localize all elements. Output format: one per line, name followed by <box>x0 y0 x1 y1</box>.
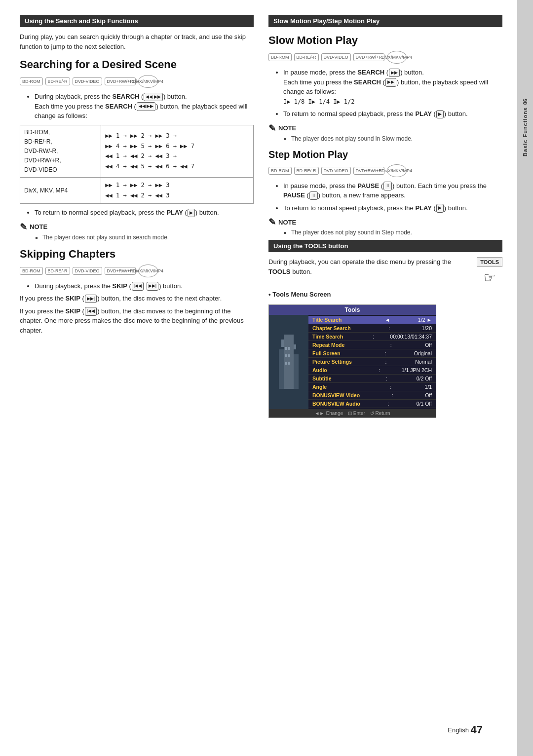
row-value-bonusview-audio: 0/1 Off <box>417 401 432 407</box>
speed-table-label1: BD-ROM,BD-RE/-R,DVD-RW/-R,DVD+RW/+R,DVD-… <box>20 125 101 178</box>
right-sidebar: 06 Basic Functions <box>517 0 533 756</box>
slow-motion-note-bullets: The player does not play sound in Slow m… <box>283 135 502 142</box>
slow-disc-icon-dvdplusrw: DVD+RW/+R <box>353 53 384 61</box>
speed-table-row1: BD-ROM,BD-RE/-R,DVD-RW/-R,DVD+RW/+R,DVD-… <box>20 125 254 178</box>
tools-icon-corner: TOOLS ☞ <box>477 257 502 286</box>
skipping-para2: If you press the SKIP (|◀◀) button, the … <box>20 306 254 336</box>
tools-intro-text: During playback, you can operate the dis… <box>268 257 502 276</box>
skip-disc-icon-bdre: BD-RE/-R <box>45 267 70 275</box>
row-sep-subtitle: : <box>386 376 387 381</box>
slow-motion-bullet1: In pause mode, press the SEARCH (▶▶) but… <box>283 68 502 106</box>
row-label-audio: Audio <box>312 367 357 373</box>
tools-menu-row-audio: Audio : 1/1 JPN 2CH <box>308 366 436 375</box>
tools-menu-screen-text: • Tools Menu Screen <box>268 291 331 298</box>
slow-motion-note-text: The player does not play sound in Slow m… <box>291 135 502 142</box>
searching-note-text: The player does not play sound in search… <box>42 234 254 241</box>
skip-fwd-icon: ▶▶| <box>147 282 158 291</box>
tools-intro-area: TOOLS ☞ During playback, you can operate… <box>268 257 502 286</box>
svg-rect-4 <box>294 344 296 349</box>
tools-menu-row-picture: Picture Settings : Normal <box>308 358 436 366</box>
step-motion-note: ✎ NOTE The player does not play sound in… <box>268 217 502 236</box>
step-disc-icon-bdre: BD-RE/-R <box>294 167 319 175</box>
row-value-title-search: 1/2 ► <box>418 317 432 323</box>
slow-disc-icon-bdre: BD-RE/-R <box>294 53 319 61</box>
slow-disc-icon-dvdvideo: DVD-VIDEO <box>321 53 351 61</box>
row-value-subtitle: 0/2 Off <box>417 376 432 381</box>
row-sep-time-search: : <box>373 334 374 340</box>
searching-bullets: During playback, press the SEARCH (◀◀ ▶▶… <box>20 92 254 121</box>
row-value-bonusview-video: Off <box>425 392 432 398</box>
svg-rect-8 <box>288 354 290 357</box>
searching-bullet2-list: To return to normal speed playback, pres… <box>20 208 254 218</box>
search-skip-header-text: Using the Search and Skip Functions <box>25 17 138 25</box>
tools-menu-row-bonusview-audio: BONUSVIEW Audio : 0/1 Off <box>308 400 436 408</box>
svg-rect-9 <box>285 362 287 365</box>
slow-motion-title: Slow Motion Play <box>268 34 502 47</box>
page-footer: English 47 <box>20 718 502 741</box>
skipping-disc-icons: BD-ROM BD-RE/-R DVD-VIDEO DVD+RW/+R DivX… <box>20 265 254 277</box>
slow-motion-bullet2: To return to normal speed playback, pres… <box>283 109 502 119</box>
step-motion-note-label: NOTE <box>278 219 296 226</box>
step-disc-icon-bdrom: BD-ROM <box>268 167 292 175</box>
searching-title: Searching for a Desired Scene <box>20 58 254 71</box>
svg-rect-6 <box>288 347 290 350</box>
tools-menu-row-fullscreen: Full Screen : Original <box>308 349 436 358</box>
svg-rect-5 <box>285 347 287 350</box>
tools-header: Using the TOOLS button <box>268 240 502 252</box>
disc-icon-divx: DivX/MKV/MP4 <box>138 75 158 88</box>
tools-menu-image-area <box>269 315 308 409</box>
left-column: Using the Search and Skip Functions Duri… <box>20 15 254 718</box>
disc-icon-bdre: BD-RE/-R <box>45 77 70 85</box>
row-value-fullscreen: Original <box>414 350 432 356</box>
searching-note-bullets: The player does not play sound in search… <box>35 234 254 241</box>
row-sep-fullscreen: : <box>384 350 386 356</box>
row-label-bonusview-video: BONUSVIEW Video <box>312 392 360 398</box>
step-motion-bullets: In pause mode, press the PAUSE (⏸) butto… <box>268 181 502 213</box>
row-value-time-search: 00:00:13/01:34:37 <box>390 334 432 340</box>
speed-table: BD-ROM,BD-RE/-R,DVD-RW/-R,DVD+RW/+R,DVD-… <box>20 125 254 204</box>
skip-disc-icon-bdrom: BD-ROM <box>20 267 43 275</box>
skipping-para1: If you press the SKIP (▶▶|) button, the … <box>20 294 254 303</box>
slow-disc-icon-bdrom: BD-ROM <box>268 53 292 61</box>
tools-menu-screen-label: • Tools Menu Screen <box>268 290 502 300</box>
skip-disc-icon-dvdplusrw: DVD+RW/+R <box>105 267 136 275</box>
searching-disc-icons: BD-ROM BD-RE/-R DVD-VIDEO DVD+RW/+R DivX… <box>20 75 254 88</box>
svg-rect-7 <box>285 354 287 357</box>
searching-note-label: NOTE <box>30 223 47 230</box>
disc-icon-dvdplusrw: DVD+RW/+R <box>105 77 136 85</box>
slow-motion-note: ✎ NOTE The player does not play sound in… <box>268 123 502 142</box>
row-label-subtitle: Subtitle <box>312 376 357 381</box>
row-label-repeat: Repeat Mode <box>312 342 357 348</box>
skip-fwd-icon2: ▶▶| <box>85 295 97 303</box>
tools-header-text: Using the TOOLS button <box>273 242 348 250</box>
row-sep-bonusview-video: : <box>392 392 393 398</box>
step-motion-disc-icons: BD-ROM BD-RE/-R DVD-VIDEO DVD+RW/+R DivX… <box>268 164 502 177</box>
row-sep-bonusview-audio: : <box>387 401 389 407</box>
play-btn-icon1: ▶ <box>188 209 195 218</box>
svg-rect-10 <box>288 362 290 365</box>
slow-motion-disc-icons: BD-ROM BD-RE/-R DVD-VIDEO DVD+RW/+R DivX… <box>268 51 502 64</box>
page-number: 47 <box>471 723 483 736</box>
skip-disc-icon-dvdvideo: DVD-VIDEO <box>73 267 102 275</box>
tools-menu-row-title-search: Title Search ◄ 1/2 ► <box>308 316 436 324</box>
searching-bullet2: To return to normal speed playback, pres… <box>35 208 254 218</box>
tools-menu-row-bonusview-video: BONUSVIEW Video : Off <box>308 391 436 400</box>
sidebar-chapter-label: Basic Functions <box>522 107 528 156</box>
skipping-bullet1: During playback, press the SKIP (|◀◀ ▶▶|… <box>35 281 254 291</box>
tools-menu-screenshot: Tools <box>268 304 436 418</box>
note-icon1: ✎ <box>20 222 27 232</box>
page-language: English <box>448 726 469 734</box>
slow-step-header: Slow Motion Play/Step Motion Play <box>268 15 502 27</box>
row-value-angle: 1/1 <box>424 384 432 390</box>
search-slow-icon2: ▶▶ <box>385 78 396 87</box>
note-icon3: ✎ <box>268 217 276 227</box>
row-label-bonusview-audio: BONUSVIEW Audio <box>312 401 360 407</box>
row-sep-audio: : <box>379 367 380 373</box>
speed-table-row2: DivX, MKV, MP4 ▶▶ 1 → ▶▶ 2 → ▶▶ 3 ◀◀ 1 →… <box>20 178 254 204</box>
two-col-layout: Using the Search and Skip Functions Duri… <box>20 15 502 718</box>
row-value-audio: 1/1 JPN 2CH <box>402 367 432 373</box>
slow-motion-note-title: ✎ NOTE <box>268 123 502 134</box>
tools-menu-body: Title Search ◄ 1/2 ► Chapter Search : 1/… <box>269 315 436 409</box>
svg-rect-2 <box>294 354 299 389</box>
speed-table-speeds1: ▶▶ 1 → ▶▶ 2 → ▶▶ 3 → ▶▶ 4 → ▶▶ 5 → ▶▶ 6 … <box>101 125 254 178</box>
